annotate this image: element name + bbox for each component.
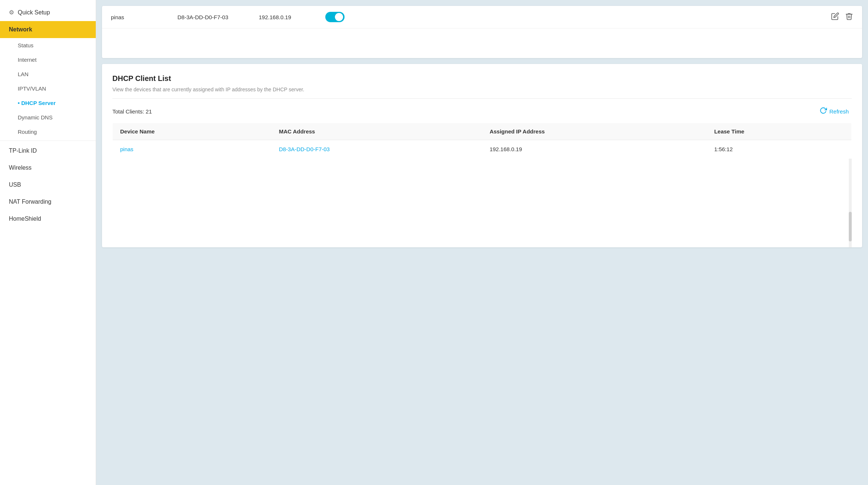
static-device-name: pinas: [111, 14, 170, 20]
sidebar-item-iptv[interactable]: IPTV/VLAN: [0, 81, 96, 96]
col-header-assigned-ip: Assigned IP Address: [482, 123, 707, 140]
refresh-icon: [820, 107, 827, 116]
static-binding-row: pinas D8-3A-DD-D0-F7-03 192.168.0.19: [102, 6, 862, 28]
sidebar-item-lan[interactable]: LAN: [0, 67, 96, 81]
dhcp-section-title: DHCP Client List: [112, 74, 852, 83]
sidebar-label-nat: NAT Forwarding: [9, 199, 51, 205]
sidebar-item-internet[interactable]: Internet: [0, 52, 96, 67]
sidebar-label-usb: USB: [9, 182, 21, 188]
sidebar-label-network: Network: [9, 26, 32, 33]
static-actions: [831, 12, 853, 22]
refresh-button[interactable]: Refresh: [817, 105, 852, 118]
sidebar-divider-1: [0, 140, 96, 141]
dhcp-table-header: Device Name MAC Address Assigned IP Addr…: [113, 123, 852, 140]
sidebar-item-wireless[interactable]: Wireless: [0, 159, 96, 176]
table-empty-area: [112, 159, 852, 247]
sidebar-item-network[interactable]: Network: [0, 21, 96, 38]
cell-lease-time: 1:56:12: [707, 140, 852, 159]
dhcp-table-body: pinas D8-3A-DD-D0-F7-03 192.168.0.19 1:5…: [113, 140, 852, 159]
sidebar-item-dynamic-dns[interactable]: Dynamic DNS: [0, 110, 96, 125]
static-ip-address: 192.168.0.19: [259, 14, 318, 20]
delete-icon[interactable]: [845, 12, 853, 22]
sidebar-label-homeshield: HomeShield: [9, 216, 41, 222]
sidebar-item-routing[interactable]: Routing: [0, 125, 96, 139]
cell-mac-address: D8-3A-DD-D0-F7-03: [271, 140, 482, 159]
sidebar-item-tplinkid[interactable]: TP-Link ID: [0, 142, 96, 159]
refresh-label: Refresh: [829, 108, 849, 115]
dhcp-client-list-section: DHCP Client List View the devices that a…: [102, 64, 862, 247]
toggle-slider: [325, 12, 345, 22]
sidebar-label-tplinkid: TP-Link ID: [9, 147, 37, 154]
col-header-device-name: Device Name: [113, 123, 272, 140]
dhcp-section-description: View the devices that are currently assi…: [112, 87, 852, 99]
scrollbar-thumb[interactable]: [849, 212, 852, 241]
static-mac-address: D8-3A-DD-D0-F7-03: [177, 14, 251, 20]
total-clients-count: 21: [146, 108, 152, 115]
static-enable-toggle[interactable]: [325, 12, 345, 22]
col-header-mac-address: MAC Address: [271, 123, 482, 140]
gear-icon: ⚙: [9, 9, 14, 16]
sidebar-label-wireless: Wireless: [9, 165, 31, 171]
main-content: pinas D8-3A-DD-D0-F7-03 192.168.0.19: [96, 0, 868, 485]
sidebar-item-homeshield[interactable]: HomeShield: [0, 210, 96, 227]
total-clients-label: Total Clients: 21: [112, 108, 152, 115]
sidebar-item-status[interactable]: Status: [0, 38, 96, 52]
sidebar-label-quicksetup: Quick Setup: [18, 9, 50, 16]
sidebar-item-nat[interactable]: NAT Forwarding: [0, 193, 96, 210]
col-header-lease-time: Lease Time: [707, 123, 852, 140]
table-controls: Total Clients: 21 Refresh: [112, 105, 852, 118]
sidebar-item-quicksetup[interactable]: ⚙ Quick Setup: [0, 4, 96, 21]
dhcp-clients-table: Device Name MAC Address Assigned IP Addr…: [112, 123, 852, 159]
sidebar-submenu-network: Status Internet LAN IPTV/VLAN DHCP Serve…: [0, 38, 96, 139]
static-card-spacer: [102, 28, 862, 58]
static-binding-card: pinas D8-3A-DD-D0-F7-03 192.168.0.19: [102, 6, 862, 58]
scrollbar-track: [849, 159, 852, 247]
sidebar-item-usb[interactable]: USB: [0, 176, 96, 193]
edit-icon[interactable]: [831, 12, 839, 22]
sidebar-item-dhcp[interactable]: DHCP Server: [0, 96, 96, 110]
cell-device-name: pinas: [113, 140, 272, 159]
cell-assigned-ip: 192.168.0.19: [482, 140, 707, 159]
table-row: pinas D8-3A-DD-D0-F7-03 192.168.0.19 1:5…: [113, 140, 852, 159]
static-toggle-col: [325, 12, 824, 22]
sidebar: ⚙ Quick Setup Network Status Internet LA…: [0, 0, 96, 485]
